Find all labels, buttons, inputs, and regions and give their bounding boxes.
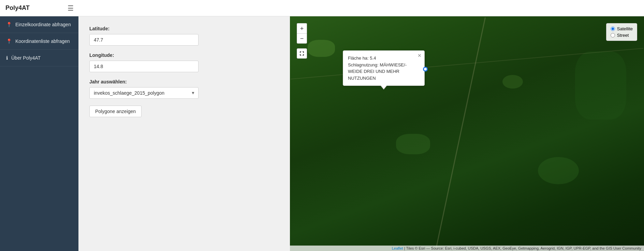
sidebar-item-einzelkoordinate[interactable]: 📍 Einzelkoordinate abfragen xyxy=(0,16,78,33)
latitude-input[interactable] xyxy=(89,34,199,46)
polygon-marker xyxy=(423,67,428,72)
zoom-out-button[interactable]: − xyxy=(297,33,307,44)
attribution-text: | Tiles © Esri — Source: Esri, i-cubed, … xyxy=(404,246,641,250)
sidebar-item-koordinatenliste[interactable]: 📍 Koordinatenliste abfragen xyxy=(0,33,78,50)
latitude-label: Latitude: xyxy=(89,26,279,31)
info-icon: ℹ xyxy=(6,55,8,61)
popup-flaeche-value: 5.4 xyxy=(370,56,376,61)
popup-schlag-label: Schlagnutzung: xyxy=(348,62,380,67)
satellite-label: Satellite xyxy=(617,26,633,31)
sidebar-label-ueber: Über Poly4AT xyxy=(11,55,41,61)
street-layer-option[interactable]: Street xyxy=(611,33,633,38)
sidebar-item-ueber[interactable]: ℹ Über Poly4AT xyxy=(0,50,78,66)
location-icon-2: 📍 xyxy=(6,38,12,44)
fullscreen-button[interactable] xyxy=(297,48,307,59)
year-group: Jahr auswählen: invekos_schlaege_2015_po… xyxy=(89,79,279,99)
sidebar-label-einzelkoordinate: Einzelkoordinate abfragen xyxy=(15,22,71,27)
form-panel: Latitude: Longitude: Jahr auswählen: inv… xyxy=(78,16,290,251)
fullscreen-icon xyxy=(299,51,304,56)
content-area: Latitude: Longitude: Jahr auswählen: inv… xyxy=(78,16,644,251)
leaflet-link[interactable]: Leaflet xyxy=(392,246,403,250)
longitude-label: Longitude: xyxy=(89,52,279,58)
popup-flaeche-label: Fläche ha: xyxy=(348,56,370,61)
map-area[interactable]: ✕ Fläche ha: 5.4 Schlagnutzung: MÄHWIESE… xyxy=(290,16,644,251)
satellite-layer-option[interactable]: Satellite xyxy=(611,26,633,31)
longitude-group: Longitude: xyxy=(89,52,279,72)
popup-close-button[interactable]: ✕ xyxy=(418,53,422,58)
show-polygons-button[interactable]: Polygone anzeigen xyxy=(89,106,142,117)
location-icon-1: 📍 xyxy=(6,22,12,27)
app-title: Poly4AT xyxy=(5,4,63,12)
year-select-wrapper: invekos_schlaege_2015_polygoninvekos_sch… xyxy=(89,87,199,99)
popup-content: Fläche ha: 5.4 Schlagnutzung: MÄHWIESE/-… xyxy=(348,55,420,81)
year-select[interactable]: invekos_schlaege_2015_polygoninvekos_sch… xyxy=(89,87,199,99)
map-attribution: Leaflet | Tiles © Esri — Source: Esri, i… xyxy=(290,246,644,251)
map-controls: + − xyxy=(297,23,307,44)
street-radio[interactable] xyxy=(611,33,615,37)
satellite-radio[interactable] xyxy=(611,27,615,31)
year-label: Jahr auswählen: xyxy=(89,79,279,84)
sidebar-label-koordinatenliste: Koordinatenliste abfragen xyxy=(15,38,70,44)
layer-control: Satellite Street xyxy=(606,23,637,41)
topbar: Poly4AT ☰ xyxy=(0,0,644,16)
main-layout: 📍 Einzelkoordinate abfragen 📍 Koordinate… xyxy=(0,16,644,251)
longitude-input[interactable] xyxy=(89,61,199,72)
hamburger-icon[interactable]: ☰ xyxy=(68,4,74,12)
sidebar: 📍 Einzelkoordinate abfragen 📍 Koordinate… xyxy=(0,16,78,251)
latitude-group: Latitude: xyxy=(89,26,279,46)
street-label: Street xyxy=(617,33,629,38)
map-popup: ✕ Fläche ha: 5.4 Schlagnutzung: MÄHWIESE… xyxy=(343,50,425,86)
zoom-in-button[interactable]: + xyxy=(297,23,307,33)
